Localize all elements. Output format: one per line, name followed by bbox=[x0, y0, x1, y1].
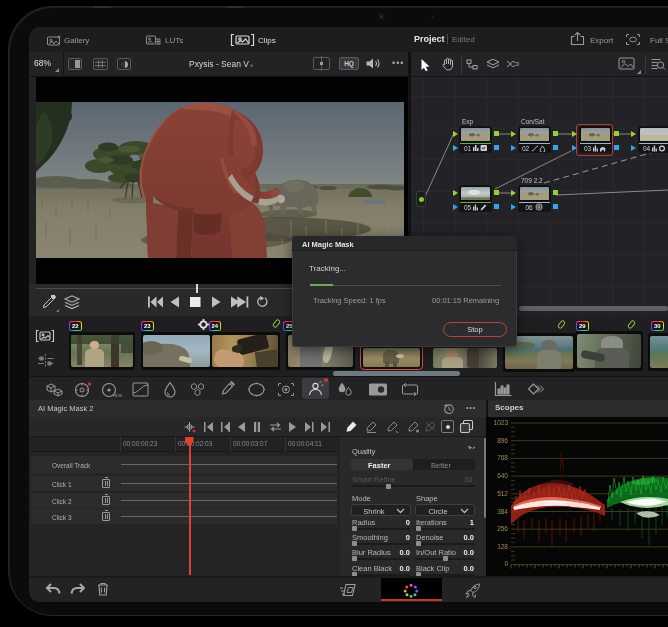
svg-text:HDR: HDR bbox=[113, 393, 122, 398]
